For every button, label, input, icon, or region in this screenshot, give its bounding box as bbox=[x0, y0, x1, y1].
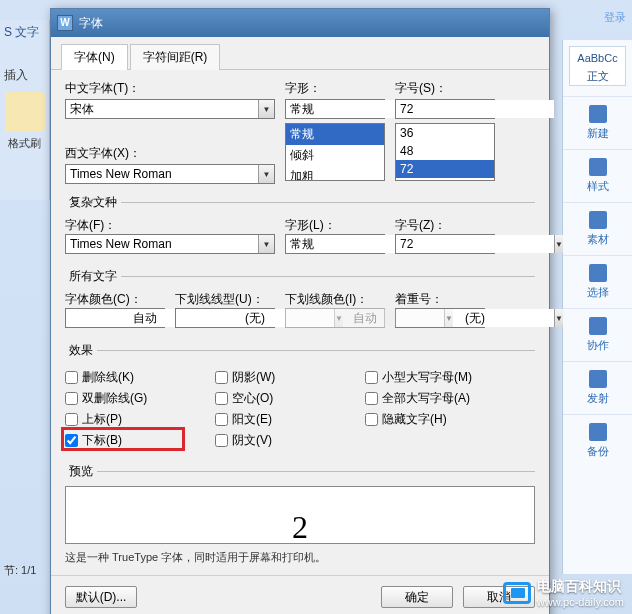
emphasis-label: 着重号： bbox=[395, 291, 485, 308]
side-new[interactable]: 新建 bbox=[563, 96, 632, 149]
side-material[interactable]: 素材 bbox=[563, 202, 632, 255]
insert-label[interactable]: 插入 bbox=[0, 63, 49, 88]
side-style[interactable]: 样式 bbox=[563, 149, 632, 202]
chinese-font-label: 中文字体(T)： bbox=[65, 80, 275, 97]
watermark-title: 电脑百科知识 bbox=[537, 578, 621, 594]
watermark-icon bbox=[503, 582, 531, 604]
launch-icon bbox=[589, 370, 607, 388]
tab-font[interactable]: 字体(N) bbox=[61, 44, 128, 70]
chinese-font-input[interactable] bbox=[66, 100, 258, 118]
complex-size-input[interactable] bbox=[396, 235, 554, 253]
preview-desc: 这是一种 TrueType 字体，同时适用于屏幕和打印机。 bbox=[65, 550, 535, 565]
style-sample-text: AaBbCc bbox=[570, 49, 625, 67]
complex-font-label: 字体(F)： bbox=[65, 217, 275, 234]
check-shadow[interactable]: 阴影(W) bbox=[215, 369, 365, 386]
check-strike[interactable]: 删除线(K) bbox=[65, 369, 215, 386]
check-subscript[interactable]: 下标(B) bbox=[65, 432, 215, 449]
preview-group: 预览 2 这是一种 TrueType 字体，同时适用于屏幕和打印机。 bbox=[65, 463, 535, 565]
size-opt-2[interactable]: 72 bbox=[396, 160, 494, 178]
emphasis-dd[interactable]: ▼ bbox=[554, 309, 563, 327]
format-painter-label: 格式刷 bbox=[0, 136, 49, 151]
check-superscript[interactable]: 上标(P) bbox=[65, 411, 215, 428]
style-opt-0[interactable]: 常规 bbox=[286, 124, 384, 145]
complex-size-label: 字号(Z)： bbox=[395, 217, 495, 234]
check-doublestrike[interactable]: 双删除线(G) bbox=[65, 390, 215, 407]
ulcolor-dd: ▼ bbox=[444, 309, 453, 327]
style-icon bbox=[589, 158, 607, 176]
dialog-title: 字体 bbox=[79, 15, 103, 32]
preview-legend: 预览 bbox=[65, 463, 97, 480]
login-link[interactable]: 登录 bbox=[604, 10, 626, 25]
complex-size-dd[interactable]: ▼ bbox=[554, 235, 563, 253]
style-preview-box[interactable]: AaBbCc 正文 bbox=[569, 46, 626, 86]
complex-group: 复杂文种 字体(F)： ▼ 字形(L)： ▼ 字号(Z)： ▼ bbox=[65, 194, 535, 258]
complex-font-dd[interactable]: ▼ bbox=[258, 235, 274, 253]
size-label: 字号(S)： bbox=[395, 80, 495, 97]
watermark-url: www.pc-daily.com bbox=[537, 596, 624, 608]
style-opt-2[interactable]: 加粗 bbox=[286, 166, 384, 181]
size-opt-1[interactable]: 48 bbox=[396, 142, 494, 160]
preview-sample: 2 bbox=[292, 509, 308, 546]
chinese-font-dd[interactable]: ▼ bbox=[258, 100, 274, 118]
app-icon: W bbox=[57, 15, 73, 31]
check-hollow[interactable]: 空心(O) bbox=[215, 390, 365, 407]
side-backup[interactable]: 备份 bbox=[563, 414, 632, 467]
status-bar: 节: 1/1 bbox=[0, 561, 50, 580]
right-panel: 登录 AaBbCc 正文 新建 样式 素材 选择 协作 发射 备份 bbox=[562, 40, 632, 574]
alltext-group: 所有文字 字体颜色(C)： ▼ 下划线线型(U)： ▼ 下划线颜色(I)： ▼ … bbox=[65, 268, 535, 332]
new-icon bbox=[589, 105, 607, 123]
side-collab[interactable]: 协作 bbox=[563, 308, 632, 361]
ulcolor-input bbox=[286, 309, 444, 327]
effects-legend: 效果 bbox=[65, 342, 97, 359]
western-font-dd[interactable]: ▼ bbox=[258, 165, 274, 183]
watermark: 电脑百科知识 www.pc-daily.com bbox=[503, 578, 624, 608]
preview-box: 2 bbox=[65, 486, 535, 544]
complex-style-label: 字形(L)： bbox=[285, 217, 385, 234]
dialog-tabs: 字体(N) 字符间距(R) bbox=[51, 37, 549, 70]
style-opt-1[interactable]: 倾斜 bbox=[286, 145, 384, 166]
font-dialog: W 字体 字体(N) 字符间距(R) 中文字体(T)： ▼ 字形： 字号( bbox=[50, 8, 550, 614]
dialog-titlebar[interactable]: W 字体 bbox=[51, 9, 549, 37]
size-input[interactable] bbox=[396, 100, 554, 118]
format-painter-icon[interactable] bbox=[5, 92, 45, 132]
side-launch[interactable]: 发射 bbox=[563, 361, 632, 414]
color-label: 字体颜色(C)： bbox=[65, 291, 165, 308]
collab-icon bbox=[589, 317, 607, 335]
size-opt-0[interactable]: 36 bbox=[396, 124, 494, 142]
default-button[interactable]: 默认(D)... bbox=[65, 586, 137, 608]
style-sample-name: 正文 bbox=[570, 67, 625, 85]
check-smallcaps[interactable]: 小型大写字母(M) bbox=[365, 369, 515, 386]
underline-label: 下划线线型(U)： bbox=[175, 291, 275, 308]
check-allcaps[interactable]: 全部大写字母(A) bbox=[365, 390, 515, 407]
style-listbox[interactable]: 常规 倾斜 加粗 bbox=[285, 123, 385, 181]
select-icon bbox=[589, 264, 607, 282]
app-title-fragment: S 文字 bbox=[0, 20, 49, 45]
ribbon-left: S 文字 插入 格式刷 bbox=[0, 20, 50, 200]
tab-spacing[interactable]: 字符间距(R) bbox=[130, 44, 221, 70]
complex-legend: 复杂文种 bbox=[65, 194, 121, 211]
western-font-input[interactable] bbox=[66, 165, 258, 183]
alltext-legend: 所有文字 bbox=[65, 268, 121, 285]
style-label: 字形： bbox=[285, 80, 385, 97]
western-font-label: 西文字体(X)： bbox=[65, 145, 275, 162]
size-listbox[interactable]: 36 48 72 bbox=[395, 123, 495, 181]
check-hidden[interactable]: 隐藏文字(H) bbox=[365, 411, 515, 428]
material-icon bbox=[589, 211, 607, 229]
ok-button[interactable]: 确定 bbox=[381, 586, 453, 608]
effects-group: 效果 删除线(K) 阴影(W) 小型大写字母(M) 双删除线(G) 空心(O) … bbox=[65, 342, 535, 453]
check-engrave[interactable]: 阴文(V) bbox=[215, 432, 365, 449]
complex-font-input[interactable] bbox=[66, 235, 258, 253]
side-select[interactable]: 选择 bbox=[563, 255, 632, 308]
ulcolor-label: 下划线颜色(I)： bbox=[285, 291, 385, 308]
check-emboss[interactable]: 阳文(E) bbox=[215, 411, 365, 428]
backup-icon bbox=[589, 423, 607, 441]
